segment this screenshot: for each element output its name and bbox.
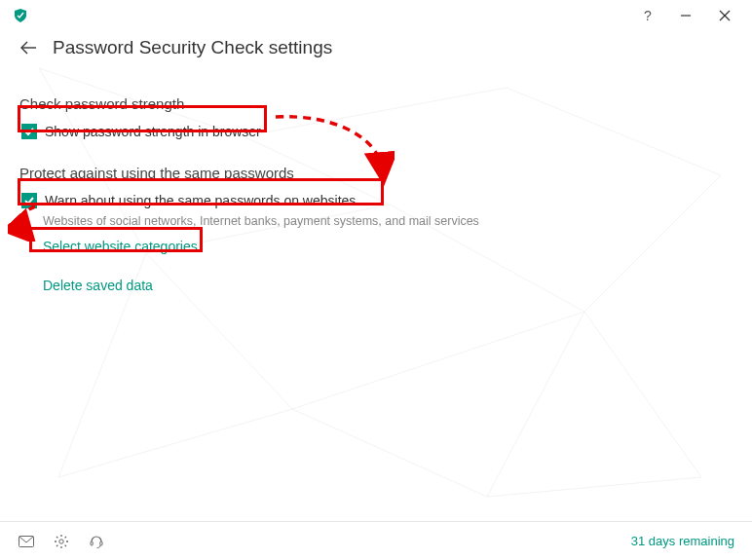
checkbox-show-strength-row: Show password strength in browser — [19, 120, 733, 143]
app-logo-icon — [12, 7, 29, 24]
svg-point-22 — [59, 539, 63, 542]
mail-icon[interactable] — [18, 533, 35, 550]
svg-line-29 — [65, 537, 66, 538]
svg-line-9 — [292, 312, 584, 409]
reuse-subtext: Websites of social networks, Internet ba… — [43, 214, 733, 228]
help-button[interactable]: ? — [627, 2, 666, 29]
header: Password Security Check settings — [0, 31, 752, 70]
statusbar: 31 days remaining — [0, 521, 752, 560]
svg-line-10 — [58, 409, 292, 477]
license-remaining[interactable]: 31 days remaining — [631, 534, 734, 548]
svg-line-12 — [584, 312, 701, 477]
svg-line-28 — [65, 544, 66, 545]
checkbox-show-strength[interactable] — [21, 124, 37, 139]
back-button[interactable] — [18, 37, 39, 58]
section-heading-reuse: Protect against using the same passwords — [19, 165, 733, 181]
checkbox-warn-reuse-row: Warn about using the same passwords on w… — [19, 189, 733, 212]
svg-line-14 — [487, 477, 701, 497]
svg-line-27 — [56, 537, 57, 538]
gear-icon[interactable] — [53, 533, 70, 550]
checkbox-warn-reuse-label: Warn about using the same passwords on w… — [45, 193, 356, 208]
svg-text:?: ? — [644, 9, 652, 22]
svg-rect-32 — [100, 541, 102, 545]
delete-saved-data-link[interactable]: Delete saved data — [43, 278, 153, 293]
support-icon[interactable] — [88, 533, 105, 550]
svg-line-15 — [487, 312, 584, 497]
checkbox-warn-reuse[interactable] — [21, 193, 37, 208]
svg-rect-31 — [91, 541, 93, 545]
section-heading-strength: Check password strength — [19, 95, 733, 112]
select-categories-link[interactable]: Select website categories — [43, 239, 198, 254]
minimize-button[interactable] — [666, 2, 705, 29]
titlebar: ? — [0, 0, 752, 31]
checkbox-show-strength-label: Show password strength in browser — [45, 124, 261, 139]
svg-line-13 — [292, 409, 487, 497]
svg-line-30 — [56, 544, 57, 545]
page-title: Password Security Check settings — [53, 37, 332, 58]
close-button[interactable] — [705, 2, 744, 29]
content: Check password strength Show password st… — [0, 70, 752, 294]
